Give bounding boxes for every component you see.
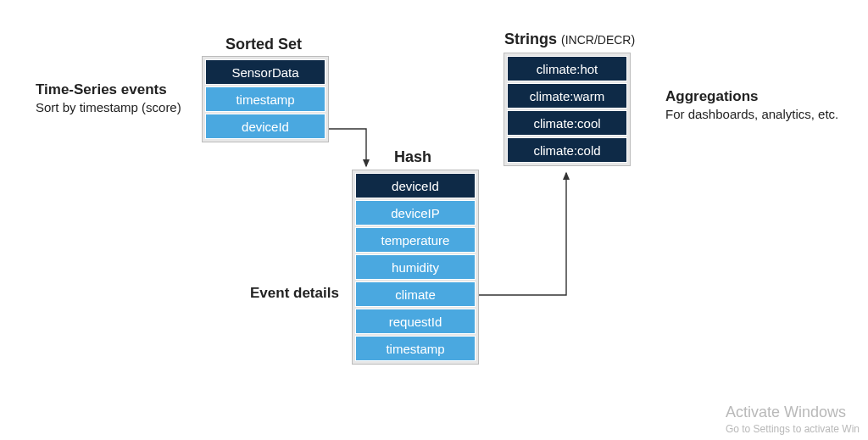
strings-cell: climate:hot <box>507 56 627 81</box>
hash-cell: requestId <box>355 309 476 334</box>
label-title: Event details <box>250 285 339 302</box>
hash-cell: timestamp <box>355 336 476 361</box>
sorted-set-cell: timestamp <box>205 86 326 112</box>
hash-cell: humidity <box>355 254 476 280</box>
sorted-set-title: Sorted Set <box>225 36 302 53</box>
hash-cell: deviceId <box>355 173 476 198</box>
watermark-line2: Go to Settings to activate Win <box>726 423 860 435</box>
label-sub: For dashboards, analytics, etc. <box>665 107 852 121</box>
sorted-set-cell: SensorData <box>205 59 326 85</box>
activate-windows-watermark: Activate Windows Go to Settings to activ… <box>726 404 860 435</box>
label-time-series: Time-Series events Sort by timestamp (sc… <box>36 81 205 114</box>
sorted-set-block: SensorData timestamp deviceId <box>202 56 329 142</box>
strings-block: climate:hot climate:warm climate:cool cl… <box>504 53 631 166</box>
strings-title-paren: (INCR/DECR) <box>561 33 635 47</box>
label-title: Aggregations <box>665 88 852 105</box>
hash-title: Hash <box>394 148 431 166</box>
sorted-set-cell: deviceId <box>205 114 326 139</box>
strings-title-text: Strings <box>504 31 557 47</box>
strings-cell: climate:warm <box>507 83 627 109</box>
label-event-details: Event details <box>250 285 339 302</box>
label-aggregations: Aggregations For dashboards, analytics, … <box>665 88 852 121</box>
label-title: Time-Series events <box>36 81 205 98</box>
hash-cell: temperature <box>355 227 476 253</box>
strings-cell: climate:cool <box>507 110 627 136</box>
hash-block: deviceId deviceIP temperature humidity c… <box>352 170 479 365</box>
strings-title: Strings (INCR/DECR) <box>504 31 635 48</box>
watermark-line1: Activate Windows <box>726 404 860 421</box>
label-sub: Sort by timestamp (score) <box>36 100 205 114</box>
hash-cell: climate <box>355 281 476 307</box>
strings-cell: climate:cold <box>507 137 627 163</box>
hash-cell: deviceIP <box>355 200 476 226</box>
